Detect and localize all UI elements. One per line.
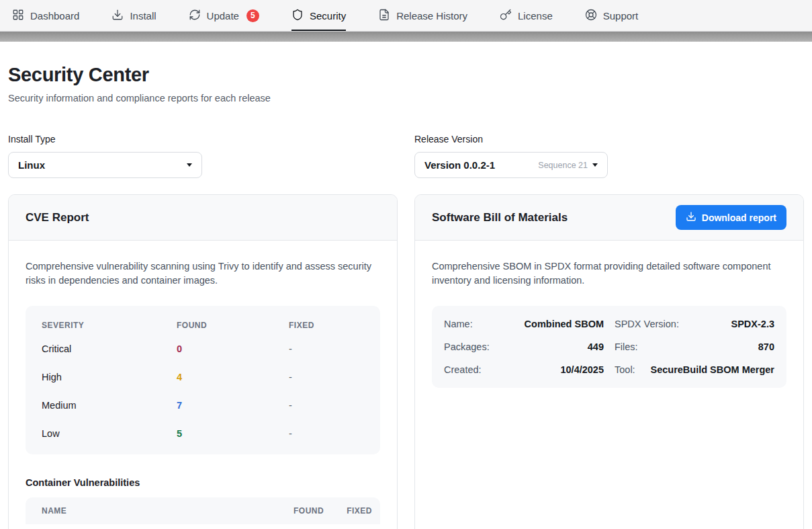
page-subtitle: Security information and compliance repo… <box>8 93 804 104</box>
tab-support[interactable]: Support <box>585 0 639 31</box>
tab-update[interactable]: Update 5 <box>189 0 259 31</box>
install-type-select[interactable]: Linux <box>8 152 202 178</box>
tab-label: Security <box>310 10 346 22</box>
col-found: FOUND <box>294 506 324 516</box>
tab-label: Dashboard <box>30 10 79 22</box>
sbom-card-body: Comprehensive SBOM in SPDX format provid… <box>415 241 803 405</box>
release-version-select[interactable]: Version 0.0.2-1 Sequence 21 <box>414 152 608 178</box>
refresh-icon <box>189 9 201 23</box>
sbom-card: Software Bill of Materials Download repo… <box>414 194 804 529</box>
tab-security[interactable]: Security <box>291 0 346 31</box>
tab-dashboard[interactable]: Dashboard <box>12 0 79 31</box>
found-count: 4 <box>177 372 289 382</box>
chevron-down-icon <box>592 163 598 167</box>
detail-row: Name: Combined SBOM <box>444 313 604 335</box>
severity-label: Low <box>42 428 177 439</box>
cve-card-body: Comprehensive vulnerability scanning usi… <box>9 241 397 529</box>
release-version-label: Release Version <box>414 134 804 145</box>
detail-value: 870 <box>758 341 774 352</box>
tab-label: Release History <box>396 10 467 22</box>
sequence-label: Sequence 21 <box>538 161 588 170</box>
container-vulns-title: Container Vulnerabilities <box>26 477 380 488</box>
page-title: Security Center <box>8 64 804 86</box>
detail-value: 449 <box>588 341 604 352</box>
col-fixed: FIXED <box>347 506 372 516</box>
found-count: 7 <box>177 400 289 411</box>
tab-license[interactable]: License <box>500 0 553 31</box>
table-row: Critical 0 - <box>42 335 364 363</box>
install-type-label: Install Type <box>8 134 398 145</box>
life-buoy-icon <box>585 9 597 23</box>
cve-card-header: CVE Report <box>9 195 397 241</box>
detail-row: Created: 10/4/2025 <box>444 358 604 381</box>
download-report-button[interactable]: Download report <box>676 205 786 230</box>
sbom-card-title: Software Bill of Materials <box>432 211 568 225</box>
detail-row: SPDX Version: SPDX-2.3 <box>615 313 774 335</box>
col-severity: SEVERITY <box>42 321 177 330</box>
detail-label: SPDX Version: <box>615 319 679 329</box>
detail-label: Packages: <box>444 341 490 352</box>
download-icon <box>111 9 124 23</box>
detail-row: Files: 870 <box>615 335 774 358</box>
sbom-details-right: SPDX Version: SPDX-2.3 Files: 870 Tool: … <box>615 313 774 381</box>
update-count-badge: 5 <box>246 9 259 22</box>
cve-report-card: CVE Report Comprehensive vulnerability s… <box>8 194 398 529</box>
install-type-filter: Install Type Linux <box>8 134 398 178</box>
col-found: FOUND <box>177 321 289 330</box>
severity-label: High <box>42 372 177 382</box>
severity-table: SEVERITY FOUND FIXED Critical 0 - High 4… <box>26 306 380 454</box>
detail-label: Tool: <box>615 364 635 375</box>
file-text-icon <box>378 9 390 23</box>
detail-label: Created: <box>444 364 482 375</box>
detail-row: Tool: SecureBuild SBOM Merger <box>615 358 774 381</box>
col-name: NAME <box>42 506 294 516</box>
tab-label: Support <box>603 10 639 22</box>
sbom-details: Name: Combined SBOM Packages: 449 Create… <box>432 306 786 388</box>
detail-row: Packages: 449 <box>444 335 604 358</box>
top-nav: Dashboard Install Update 5 Security Rele… <box>0 0 812 32</box>
filters-row: Install Type Linux Release Version Versi… <box>8 134 804 178</box>
tab-release-history[interactable]: Release History <box>378 0 467 31</box>
detail-label: Files: <box>615 341 638 352</box>
release-version-value: Version 0.0.2-1 <box>424 159 495 171</box>
download-report-label: Download report <box>702 212 776 223</box>
report-cards: CVE Report Comprehensive vulnerability s… <box>8 194 804 529</box>
severity-label: Medium <box>42 400 177 411</box>
sbom-details-left: Name: Combined SBOM Packages: 449 Create… <box>444 313 604 381</box>
fixed-count: - <box>289 400 364 411</box>
shield-icon <box>291 9 304 23</box>
key-icon <box>500 9 512 23</box>
found-count: 5 <box>177 428 289 439</box>
dashboard-icon <box>12 9 24 23</box>
detail-label: Name: <box>444 319 473 329</box>
detail-value: Combined SBOM <box>525 319 604 329</box>
fixed-count: - <box>289 343 364 354</box>
sbom-card-header: Software Bill of Materials Download repo… <box>415 195 803 241</box>
sbom-description: Comprehensive SBOM in SPDX format provid… <box>432 259 786 288</box>
container-vulns-table-header: NAME FOUND FIXED <box>26 497 380 524</box>
col-fixed: FIXED <box>289 321 364 330</box>
found-count: 0 <box>177 343 289 354</box>
table-row: Medium 7 - <box>42 391 364 419</box>
detail-value: SPDX-2.3 <box>731 319 774 329</box>
cve-card-title: CVE Report <box>26 211 89 225</box>
fixed-count: - <box>289 372 364 382</box>
table-row: High 4 - <box>42 363 364 391</box>
tab-label: Install <box>130 10 156 22</box>
detail-value: 10/4/2025 <box>560 364 604 375</box>
fixed-count: - <box>289 428 364 439</box>
cve-description: Comprehensive vulnerability scanning usi… <box>26 259 380 288</box>
download-icon <box>686 211 696 224</box>
severity-table-header: SEVERITY FOUND FIXED <box>42 310 364 335</box>
tab-label: License <box>518 10 553 22</box>
detail-value: SecureBuild SBOM Merger <box>650 364 774 375</box>
toolbar-shadow <box>0 32 812 42</box>
tab-label: Update <box>207 10 239 22</box>
main-content: Security Center Security information and… <box>0 64 812 529</box>
tab-install[interactable]: Install <box>111 0 156 31</box>
severity-label: Critical <box>42 343 177 354</box>
release-version-filter: Release Version Version 0.0.2-1 Sequence… <box>414 134 804 178</box>
chevron-down-icon <box>187 163 192 167</box>
install-type-value: Linux <box>18 159 45 171</box>
table-row: Low 5 - <box>42 419 364 448</box>
